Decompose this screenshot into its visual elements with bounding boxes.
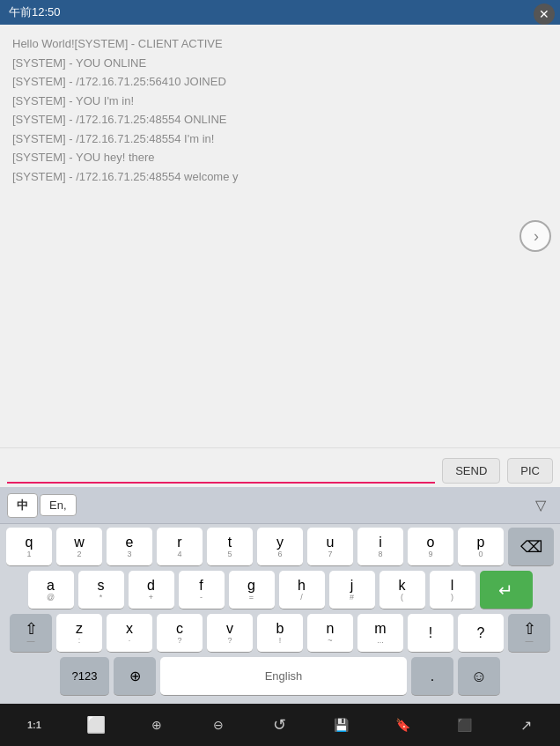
key-question[interactable]: ? [458, 614, 504, 653]
lang-english-button[interactable]: En, [40, 494, 77, 516]
key-e[interactable]: e3 [107, 528, 152, 566]
globe-key[interactable]: ⊕ [114, 657, 156, 696]
key-t[interactable]: t5 [207, 528, 253, 566]
fullscreen-button[interactable]: ⬛ [448, 709, 480, 741]
text-input-wrap [7, 459, 435, 484]
key-a[interactable]: a@ [28, 571, 74, 609]
chevron-right-icon: › [534, 227, 539, 246]
input-underline [7, 482, 435, 484]
key-q[interactable]: q1 [6, 528, 52, 566]
ratio-button[interactable]: 1:1 [18, 709, 50, 741]
key-d[interactable]: d+ [129, 571, 174, 609]
chat-line: [SYSTEM] - YOU I'm in! [12, 92, 548, 110]
key-f[interactable]: f- [179, 571, 225, 609]
period-key[interactable]: . [411, 657, 453, 696]
ratio-icon: 1:1 [27, 720, 41, 730]
chat-line: [SYSTEM] - YOU hey! there [12, 149, 548, 166]
close-icon: ✕ [539, 8, 549, 20]
key-y[interactable]: y6 [257, 528, 303, 566]
rotate-icon: ↺ [273, 715, 286, 735]
chat-line: [SYSTEM] - /172.16.71.25:48554 ONLINE [12, 111, 548, 129]
key-s[interactable]: s* [78, 571, 124, 609]
space-key[interactable]: English [160, 657, 407, 696]
chat-line: Hello World![SYSTEM] - CLIENT ACTIVE [12, 35, 548, 53]
key-k[interactable]: k( [379, 571, 425, 609]
emoji-key[interactable]: ☺ [458, 657, 500, 696]
key-row-2: a@ s* d+ f- g= h/ j# k( l) ↵ [2, 571, 558, 609]
key-c[interactable]: c? [157, 614, 203, 653]
screen-button[interactable]: ⬜ [80, 709, 112, 741]
key-x[interactable]: x· [107, 614, 152, 653]
key-row-1: q1 w2 e3 r4 t5 y6 u7 i8 o9 p0 ⌫ [2, 528, 558, 566]
chat-messages: Hello World![SYSTEM] - CLIENT ACTIVE[SYS… [12, 35, 548, 185]
key-i[interactable]: i8 [357, 528, 403, 566]
share-icon: ↗ [520, 717, 532, 734]
key-m[interactable]: m... [357, 614, 403, 653]
bookmark-icon: 🔖 [395, 718, 410, 732]
key-exclaim[interactable]: ! [408, 614, 453, 653]
key-j[interactable]: j# [329, 571, 375, 609]
key-row-3: ⇧ — z: x· c? v? b! n~ m... ! ? ⇧ — [2, 614, 558, 653]
status-time: 午前12:50 [9, 4, 61, 20]
message-input[interactable] [7, 459, 435, 480]
bookmark-button[interactable]: 🔖 [387, 709, 418, 741]
key-row-bottom: ?123 ⊕ English . ☺ [2, 657, 558, 696]
chat-line: [SYSTEM] - /172.16.71.25:48554 welcome y [12, 168, 548, 186]
key-rows: q1 w2 e3 r4 t5 y6 u7 i8 o9 p0 ⌫ a@ s* d+… [0, 524, 560, 704]
close-button[interactable]: ✕ [534, 4, 555, 25]
shift-left-key[interactable]: ⇧ — [10, 614, 52, 653]
key-r[interactable]: r4 [157, 528, 203, 566]
keyboard-area: 中 En, ▽ q1 w2 e3 r4 t5 y6 u7 i8 o9 p0 ⌫ … [0, 487, 560, 746]
key-p[interactable]: p0 [458, 528, 504, 566]
key-o[interactable]: o9 [408, 528, 453, 566]
lang-bar: 中 En, ▽ [0, 487, 560, 524]
num-key[interactable]: ?123 [60, 657, 109, 696]
chat-line: [SYSTEM] - YOU ONLINE [12, 55, 548, 72]
lang-chinese-button[interactable]: 中 [7, 493, 38, 518]
dismiss-keyboard-button[interactable]: ▽ [528, 493, 553, 518]
zoom-out-icon: ⊖ [213, 718, 224, 732]
enter-key[interactable]: ↵ [480, 571, 533, 609]
zoom-in-button[interactable]: ⊕ [141, 709, 173, 741]
chat-line: [SYSTEM] - /172.16.71.25:56410 JOINED [12, 73, 548, 91]
status-bar: 午前12:50 [0, 0, 560, 25]
chat-line: [SYSTEM] - /172.16.71.25:48554 I'm in! [12, 130, 548, 148]
share-button[interactable]: ↗ [510, 709, 542, 741]
shift-right-key[interactable]: ⇧ — [508, 614, 550, 653]
save-icon: 💾 [334, 718, 349, 732]
zoom-out-button[interactable]: ⊖ [203, 709, 234, 741]
fullscreen-icon: ⬛ [457, 718, 472, 732]
key-n[interactable]: n~ [307, 614, 353, 653]
rotate-button[interactable]: ↺ [264, 709, 296, 741]
key-h[interactable]: h/ [279, 571, 325, 609]
save-button[interactable]: 💾 [326, 709, 357, 741]
pic-button[interactable]: PIC [507, 458, 553, 484]
key-v[interactable]: v? [207, 614, 253, 653]
chat-area: Hello World![SYSTEM] - CLIENT ACTIVE[SYS… [0, 25, 560, 447]
backspace-key[interactable]: ⌫ [508, 528, 554, 566]
screen-icon: ⬜ [86, 715, 106, 735]
key-l[interactable]: l) [430, 571, 475, 609]
key-z[interactable]: z: [56, 614, 102, 653]
next-button[interactable]: › [519, 220, 551, 252]
send-button[interactable]: SEND [442, 458, 500, 484]
zoom-in-icon: ⊕ [151, 718, 162, 732]
key-w[interactable]: w2 [56, 528, 102, 566]
key-u[interactable]: u7 [307, 528, 353, 566]
key-g[interactable]: g= [229, 571, 275, 609]
key-b[interactable]: b! [257, 614, 303, 653]
bottom-toolbar: 1:1 ⬜ ⊕ ⊖ ↺ 💾 🔖 ⬛ ↗ [0, 704, 560, 746]
